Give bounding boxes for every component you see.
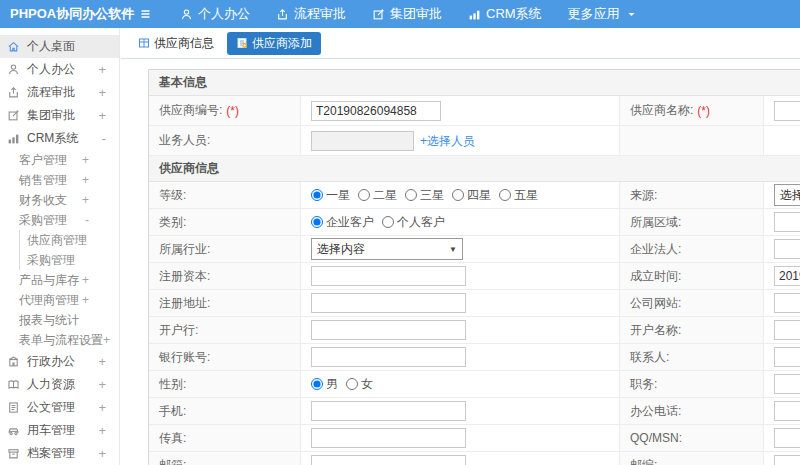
level-option-0[interactable]: 一星 (311, 187, 350, 204)
gender-option-1[interactable]: 女 (346, 376, 373, 393)
sidebar-subitem-sales-mgmt[interactable]: 销售管理+ (0, 170, 119, 190)
expand-toggle-icon[interactable]: + (98, 401, 106, 414)
expand-toggle-icon[interactable]: - (102, 132, 106, 145)
level-radio[interactable] (499, 189, 511, 201)
office-phone-input[interactable] (774, 401, 800, 421)
level-option-4[interactable]: 五星 (499, 187, 538, 204)
menu-toggle-icon[interactable] (138, 8, 153, 20)
level-radio[interactable] (405, 189, 417, 201)
sidebar-subitem-agent-mgmt[interactable]: 代理商管理+ (0, 290, 119, 310)
sidebar-item-archive-mgmt[interactable]: 档案管理+ (0, 442, 119, 465)
expand-toggle-icon[interactable]: + (98, 109, 106, 122)
position-input[interactable] (774, 374, 800, 394)
gender-radio[interactable] (311, 378, 323, 390)
field-label-cell: QQ/MSN: (619, 425, 764, 451)
registered-address-input[interactable] (311, 293, 466, 313)
sidebar-item-hr[interactable]: 人力资源+ (0, 373, 119, 396)
home-icon (7, 40, 21, 53)
gender-radio[interactable] (346, 378, 358, 390)
sidebar-item-group-approval[interactable]: 集团审批+ (0, 104, 119, 127)
field-value-cell (764, 263, 800, 289)
category-radio[interactable] (311, 216, 323, 228)
level-radio[interactable] (452, 189, 464, 201)
zipcode-input[interactable] (774, 455, 800, 465)
expand-toggle-icon[interactable]: + (98, 63, 106, 76)
expand-toggle-icon[interactable]: + (82, 174, 89, 186)
expand-toggle-icon[interactable]: + (82, 294, 89, 306)
account-name-input[interactable] (774, 320, 800, 340)
expand-toggle-icon[interactable]: + (98, 355, 106, 368)
field-label-cell: 注册资本: (149, 263, 301, 289)
supplier-name-input[interactable] (774, 101, 800, 121)
tab-supplier-info[interactable]: 供应商信息 (134, 32, 218, 55)
industry-select[interactable]: 选择内容▼ (311, 238, 463, 260)
sidebar-subitem-form-flow-setting[interactable]: 表单与流程设置+ (0, 330, 119, 350)
expand-toggle-icon[interactable]: + (98, 447, 106, 460)
sidebar-subitem-product-stock[interactable]: 产品与库存+ (0, 270, 119, 290)
mobile-input[interactable] (311, 401, 466, 421)
expand-toggle-icon[interactable]: + (82, 274, 89, 286)
contact-input[interactable] (774, 347, 800, 367)
email-input[interactable] (311, 455, 466, 465)
category-label: 类别: (159, 214, 186, 231)
field-value-cell (301, 290, 619, 316)
category-option-0[interactable]: 企业客户 (311, 214, 374, 231)
user-icon (180, 8, 193, 21)
sidebar-subitem-reports[interactable]: 报表与统计 (0, 310, 119, 330)
fax-input[interactable] (311, 428, 466, 448)
top-nav-item-4[interactable]: 更多应用 (555, 0, 649, 28)
founded-date-input[interactable] (774, 266, 800, 286)
legal-person-input[interactable] (774, 239, 800, 259)
qq-msn-input[interactable] (774, 428, 800, 448)
bank-account-input[interactable] (311, 347, 466, 367)
sidebar-subitem-purchasing[interactable]: 采购管理 (20, 250, 119, 270)
region-input[interactable] (774, 212, 800, 232)
level-option-1[interactable]: 二星 (358, 187, 397, 204)
field-label-cell: 开户行: (149, 317, 301, 343)
sidebar-item-admin-office[interactable]: 行政办公+ (0, 350, 119, 373)
sidebar-subitem-supplier-mgmt[interactable]: 供应商管理 (20, 230, 119, 250)
industry-control: 选择内容▼ (311, 238, 463, 260)
bank-input[interactable] (311, 320, 466, 340)
category-option-1[interactable]: 个人客户 (382, 214, 445, 231)
top-nav-item-0[interactable]: 个人办公 (167, 0, 263, 28)
gender-option-0[interactable]: 男 (311, 376, 338, 393)
level-radio[interactable] (358, 189, 370, 201)
business-person-picker-link[interactable]: +选择人员 (420, 134, 475, 148)
top-nav-item-1[interactable]: 流程审批 (263, 0, 359, 28)
website-input[interactable] (774, 293, 800, 313)
business-person-input[interactable] (311, 131, 414, 151)
supplier-code-input[interactable] (311, 101, 441, 121)
sidebar-item-doc-mgmt[interactable]: 公文管理+ (0, 396, 119, 419)
level-option-3[interactable]: 四星 (452, 187, 491, 204)
tab-supplier-add[interactable]: 供应商添加 (227, 32, 321, 55)
expand-toggle-icon[interactable]: + (98, 378, 106, 391)
form-section-title: 供应商信息 (149, 156, 800, 182)
source-select[interactable]: 选择内容▼ (774, 184, 800, 206)
top-nav-item-3[interactable]: CRM系统 (455, 0, 555, 28)
expand-toggle-icon[interactable]: - (85, 214, 89, 226)
office-phone-control (774, 401, 800, 421)
level-radio[interactable] (311, 189, 323, 201)
industry-label: 所属行业: (159, 241, 210, 258)
expand-toggle-icon[interactable]: + (98, 424, 106, 437)
sidebar-item-flow-approval[interactable]: 流程审批+ (0, 81, 119, 104)
level-option-2[interactable]: 三星 (405, 187, 444, 204)
expand-toggle-icon[interactable]: + (103, 334, 110, 346)
sidebar-subitem-customer-mgmt[interactable]: 客户管理+ (0, 150, 119, 170)
field-label-cell: 公司网站: (619, 290, 764, 316)
sidebar-item-personal-office[interactable]: 个人办公+ (0, 58, 119, 81)
sidebar-subitem-finance[interactable]: 财务收支+ (0, 190, 119, 210)
sidebar-item-personal-desktop[interactable]: 个人桌面 (0, 35, 119, 58)
car-icon (7, 424, 21, 437)
expand-toggle-icon[interactable]: + (82, 154, 89, 166)
expand-toggle-icon[interactable]: + (98, 86, 106, 99)
expand-toggle-icon[interactable]: + (82, 194, 89, 206)
top-nav-item-2[interactable]: 集团审批 (359, 0, 455, 28)
sidebar-item-vehicle-mgmt[interactable]: 用车管理+ (0, 419, 119, 442)
sidebar-subitem-purchase-mgmt[interactable]: 采购管理- (0, 210, 119, 230)
registered-capital-input[interactable] (311, 266, 466, 286)
category-radio[interactable] (382, 216, 394, 228)
sidebar-item-crm-system[interactable]: CRM系统- (0, 127, 119, 150)
field-label-cell: 企业法人: (619, 236, 764, 262)
